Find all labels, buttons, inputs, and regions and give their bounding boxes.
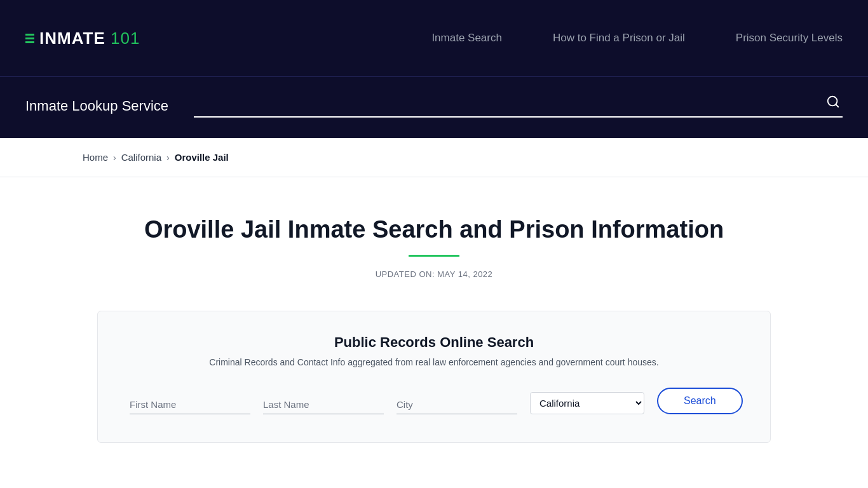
nav-item-find-prison[interactable]: How to Find a Prison or Jail <box>553 32 685 44</box>
top-navigation: INMATE 101 Inmate Search How to Find a P… <box>0 0 868 76</box>
nav-item-inmate-search[interactable]: Inmate Search <box>431 32 502 44</box>
city-input[interactable] <box>397 395 517 414</box>
breadcrumb: Home › California › Oroville Jail <box>0 138 868 177</box>
breadcrumb-state[interactable]: California <box>121 152 161 163</box>
nav-item-security-levels[interactable]: Prison Security Levels <box>736 32 843 44</box>
nav-link-inmate-search[interactable]: Inmate Search <box>431 32 502 44</box>
first-name-input[interactable] <box>130 395 250 414</box>
nav-link-find-prison[interactable]: How to Find a Prison or Jail <box>553 32 685 44</box>
logo-text: INMATE 101 <box>39 29 140 48</box>
title-underline <box>409 255 459 257</box>
last-name-field <box>263 395 384 414</box>
logo-word: INMATE <box>39 29 105 48</box>
lookup-search-button[interactable] <box>824 95 843 112</box>
logo-icon <box>25 34 34 43</box>
main-content: Oroville Jail Inmate Search and Prison I… <box>85 177 783 468</box>
lookup-label: Inmate Lookup Service <box>25 98 168 114</box>
public-records-search-card: Public Records Online Search Criminal Re… <box>97 311 771 443</box>
updated-text: UPDATED ON: MAY 14, 2022 <box>97 269 771 279</box>
city-field <box>397 395 517 414</box>
state-field: AlabamaAlaskaArizonaArkansasCaliforniaCo… <box>530 392 644 414</box>
search-card-title: Public Records Online Search <box>130 334 738 351</box>
breadcrumb-separator-1: › <box>113 152 116 163</box>
breadcrumb-current: Oroville Jail <box>175 152 229 163</box>
nav-links: Inmate Search How to Find a Prison or Ja… <box>431 32 843 44</box>
state-select[interactable]: AlabamaAlaskaArizonaArkansasCaliforniaCo… <box>530 392 644 414</box>
logo-number: 101 <box>111 29 140 48</box>
lookup-search-section: Inmate Lookup Service <box>0 76 868 138</box>
last-name-input[interactable] <box>263 395 384 414</box>
breadcrumb-home[interactable]: Home <box>83 152 108 163</box>
first-name-field <box>130 395 250 414</box>
search-card-description: Criminal Records and Contact Info aggreg… <box>130 357 738 367</box>
nav-link-security-levels[interactable]: Prison Security Levels <box>736 32 843 44</box>
search-form-row: AlabamaAlaskaArizonaArkansasCaliforniaCo… <box>130 388 738 414</box>
lookup-search-wrapper <box>194 95 843 118</box>
page-title: Oroville Jail Inmate Search and Prison I… <box>97 215 771 245</box>
lookup-search-input[interactable] <box>194 97 824 110</box>
logo[interactable]: INMATE 101 <box>25 29 140 48</box>
search-button[interactable]: Search <box>657 388 743 414</box>
svg-line-1 <box>836 104 838 107</box>
breadcrumb-separator-2: › <box>166 152 170 163</box>
search-icon <box>826 95 840 109</box>
